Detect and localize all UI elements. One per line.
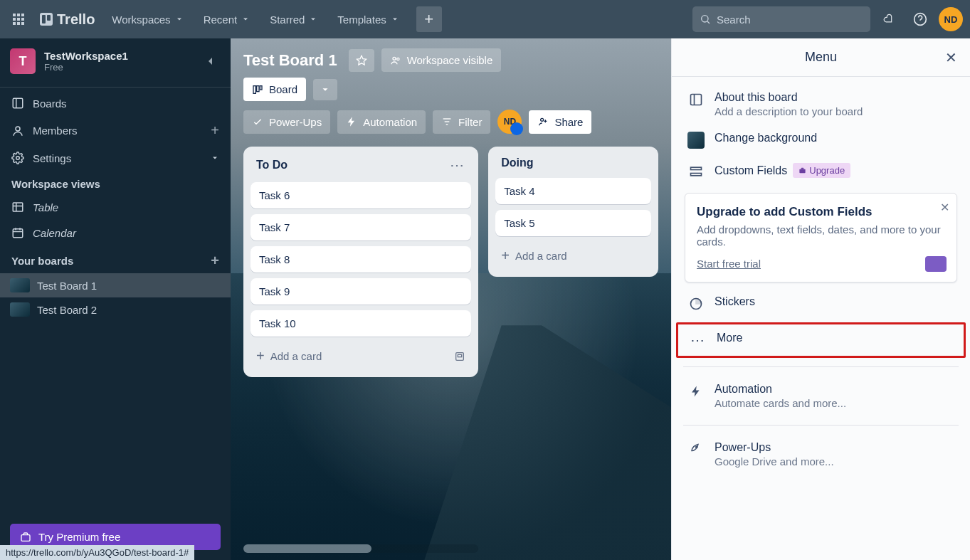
card[interactable]: Task 10 [251, 310, 471, 337]
fields-icon [687, 163, 705, 180]
menu-header: Menu ✕ [672, 38, 970, 77]
menu-item-custom-fields[interactable]: Custom Fields Upgrade [683, 156, 959, 187]
add-member-button[interactable]: + [211, 122, 219, 139]
top-header: Trello Workspaces Recent Starred Templat… [0, 0, 970, 38]
user-avatar[interactable]: ND [939, 7, 963, 31]
menu-item-more[interactable]: ⋯ More [685, 324, 956, 356]
board-member-avatar[interactable]: ND [497, 110, 522, 134]
list: To Do ⋯ Task 6 Task 7 Task 8 Task 9 Task… [243, 147, 478, 377]
menu-item-change-background[interactable]: Change background [683, 125, 959, 156]
view-switcher-chevron[interactable] [313, 79, 337, 100]
chevron-down-icon [320, 85, 330, 95]
svg-rect-20 [257, 85, 259, 91]
chevron-down-icon [309, 15, 317, 23]
svg-marker-16 [357, 56, 366, 65]
star-board-button[interactable] [349, 49, 374, 72]
menu-item-about[interactable]: About this board Add a description to yo… [683, 84, 959, 125]
visibility-button[interactable]: Workspace visible [381, 48, 502, 72]
svg-rect-33 [691, 174, 702, 176]
nav-recent[interactable]: Recent [196, 8, 258, 31]
sidebar-board-item[interactable]: Test Board 1 [0, 273, 231, 297]
logo-text: Trello [57, 11, 95, 28]
highlighted-more-item: ⋯ More [676, 322, 966, 358]
automation-button[interactable]: Automation [337, 110, 426, 134]
sidebar-item-members[interactable]: Members + [0, 116, 231, 145]
list-menu-button[interactable]: ⋯ [450, 157, 465, 174]
sidebar-board-item[interactable]: Test Board 2 [0, 297, 231, 322]
notifications-icon[interactable] [876, 6, 902, 32]
card[interactable]: Task 8 [251, 246, 471, 273]
nav-templates[interactable]: Templates [330, 8, 406, 31]
plus-icon: + [256, 348, 265, 364]
apps-switcher[interactable] [7, 8, 30, 31]
svg-rect-30 [691, 95, 702, 105]
star-icon [356, 55, 367, 66]
close-upgrade-button[interactable]: ✕ [940, 201, 949, 214]
upgrade-badge: Upgrade [793, 163, 850, 178]
card-template-button[interactable] [454, 351, 465, 362]
nav-workspaces[interactable]: Workspaces [105, 8, 190, 31]
search-box[interactable] [692, 6, 870, 32]
upgrade-callout: ✕ Upgrade to add Custom Fields Add dropd… [685, 193, 957, 282]
svg-rect-32 [691, 167, 702, 169]
card[interactable]: Task 7 [251, 214, 471, 241]
person-plus-icon [537, 116, 549, 127]
start-trial-link[interactable]: Start free trial [697, 258, 761, 270]
menu-item-automation[interactable]: Automation Automate cards and more... [683, 376, 959, 416]
list-title[interactable]: To Do [256, 159, 288, 171]
workspace-plan: Free [44, 62, 192, 73]
horizontal-scrollbar[interactable] [243, 544, 478, 553]
board-title[interactable]: Test Board 1 [243, 51, 337, 70]
sidebar-item-settings[interactable]: Settings [0, 145, 231, 171]
sidebar-section-your-boards: Your boards + [0, 245, 231, 273]
upgrade-title: Upgrade to add Custom Fields [697, 205, 945, 219]
search-input[interactable] [717, 14, 863, 26]
create-button[interactable]: + [416, 6, 442, 32]
powerups-button[interactable]: Power-Ups [243, 110, 330, 134]
briefcase-icon [798, 167, 806, 174]
add-board-button[interactable]: + [211, 253, 219, 269]
svg-point-17 [393, 57, 396, 60]
bolt-icon [346, 116, 357, 127]
board-header: Test Board 1 Workspace visible [231, 38, 671, 82]
filter-button[interactable]: Filter [433, 110, 490, 134]
card[interactable]: Task 6 [251, 182, 471, 208]
svg-rect-8 [13, 203, 23, 211]
menu-item-powerups[interactable]: Power-Ups Google Drive and more... [683, 434, 959, 475]
menu-item-stickers[interactable]: Stickers [683, 288, 959, 319]
workspace-name: TestWorkspace1 [44, 50, 192, 62]
card[interactable]: Task 5 [495, 210, 651, 236]
sidebar-view-calendar[interactable]: Calendar [0, 220, 231, 245]
list: Doing Task 4 Task 5 + Add a card [488, 147, 658, 277]
close-menu-button[interactable]: ✕ [942, 48, 960, 67]
scrollbar-thumb[interactable] [243, 544, 371, 553]
sidebar-item-boards[interactable]: Boards [0, 90, 231, 116]
board-thumbnail [10, 302, 30, 317]
sidebar: T TestWorkspace1 Free Boards Members + S… [0, 38, 231, 560]
search-icon [700, 14, 711, 25]
trello-logo[interactable]: Trello [36, 9, 99, 31]
add-card-button[interactable]: + Add a card [251, 342, 471, 370]
share-button[interactable]: Share [529, 110, 591, 134]
nav-starred[interactable]: Starred [263, 8, 325, 31]
svg-point-18 [396, 58, 399, 60]
view-switcher-button[interactable]: Board [243, 78, 306, 101]
svg-rect-34 [800, 169, 806, 174]
menu-title: Menu [805, 50, 837, 65]
sidebar-section-views: Workspace views [0, 171, 231, 194]
trello-icon [40, 13, 53, 26]
card[interactable]: Task 4 [495, 178, 651, 204]
card[interactable]: Task 9 [251, 278, 471, 305]
help-icon[interactable] [907, 6, 933, 32]
board-icon [687, 91, 705, 108]
sidebar-view-table[interactable]: Table [0, 194, 231, 220]
list-title[interactable]: Doing [501, 157, 533, 169]
background-thumbnail [687, 132, 705, 149]
add-card-button[interactable]: + Add a card [495, 242, 651, 270]
collapse-sidebar-button[interactable] [201, 51, 221, 71]
gear-icon [11, 152, 24, 164]
svg-point-7 [16, 157, 20, 160]
card-icon [925, 256, 947, 272]
chevron-down-icon [241, 15, 250, 23]
lists-container: To Do ⋯ Task 6 Task 7 Task 8 Task 9 Task… [231, 142, 671, 381]
